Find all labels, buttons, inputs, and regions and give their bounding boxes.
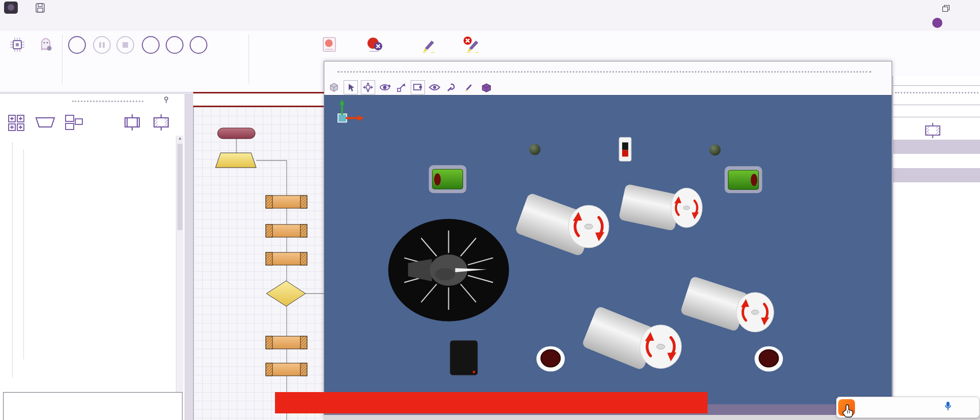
wrench-tool-button[interactable]	[444, 81, 457, 94]
motor-front-right[interactable]	[619, 184, 702, 232]
run-icon	[68, 36, 86, 54]
macro-list-row[interactable]	[893, 140, 980, 154]
minimize-button[interactable]	[915, 2, 932, 13]
close-button[interactable]	[958, 2, 975, 13]
ghost-icon	[37, 36, 54, 53]
save-icon[interactable]	[35, 3, 47, 14]
push-button-right[interactable]	[754, 346, 783, 372]
decision-node[interactable]	[266, 281, 305, 306]
resize-tool-button[interactable]	[394, 81, 408, 94]
step-over-icon	[166, 36, 183, 54]
project-explorer-panel: ▲	[0, 93, 185, 420]
macro-call-node[interactable]	[266, 196, 307, 208]
motor-rear-right[interactable]	[680, 276, 774, 332]
clear-breakpoints-icon	[365, 36, 385, 53]
clear-all-breakpoints-button[interactable]	[360, 34, 390, 55]
flowchart-graphics	[194, 107, 324, 420]
windows-layout-icon[interactable]	[63, 113, 85, 132]
restore-icon	[942, 7, 948, 12]
drag-handle[interactable]	[895, 92, 978, 93]
flow-connectors	[236, 139, 324, 420]
macro-panel-icon[interactable]	[121, 113, 143, 132]
microphone-icon[interactable]	[938, 401, 959, 413]
3d-panel-titlebar[interactable]	[324, 61, 892, 80]
flowcode-app: ▲	[0, 0, 980, 420]
step-into-icon	[142, 36, 160, 54]
macro-list-row[interactable]	[893, 168, 980, 182]
tree-scrollbar[interactable]: ▲	[176, 136, 183, 392]
step-out-button[interactable]	[184, 34, 212, 55]
green-sphere[interactable]	[529, 144, 540, 155]
macro-call-node[interactable]	[266, 224, 307, 237]
restore-button[interactable]	[936, 2, 954, 13]
led-bar-right[interactable]	[725, 166, 762, 193]
panel-divider	[893, 85, 980, 86]
group-separator	[249, 34, 249, 84]
reset-code-icon	[461, 36, 481, 53]
macro-call-node[interactable]	[266, 363, 307, 376]
flowchart-canvas[interactable]	[193, 107, 324, 420]
chip-icon	[9, 36, 26, 53]
move-tool-button[interactable]	[361, 80, 375, 94]
reset-code-button[interactable]	[455, 34, 487, 55]
run-button[interactable]	[63, 34, 91, 55]
breakpoint-icon	[322, 36, 337, 53]
loop-start-node[interactable]	[216, 153, 256, 168]
menu-bar	[0, 15, 980, 31]
rotate-tool-button[interactable]	[378, 81, 391, 94]
right-dock-panel	[893, 76, 980, 420]
toggle-switch-3d[interactable]	[619, 137, 631, 161]
project-explorer-header	[0, 94, 185, 108]
dashboard-panel-icon[interactable]	[5, 113, 27, 132]
green-sphere[interactable]	[710, 144, 721, 155]
brush-tool-button[interactable]	[462, 81, 475, 94]
enable-icd-button[interactable]	[3, 34, 32, 55]
led-bar-left[interactable]	[429, 165, 467, 193]
3d-cube-icon	[327, 81, 341, 94]
3d-scene	[324, 95, 892, 404]
step-out-icon	[190, 36, 207, 54]
component-macro-panel-icon[interactable]	[150, 113, 172, 132]
material-cube-button[interactable]	[480, 81, 493, 94]
panel-splitter[interactable]	[185, 93, 193, 420]
pin-icon[interactable]	[162, 96, 171, 105]
motor-front-left[interactable]	[514, 192, 609, 257]
3d-panel-toolbar	[324, 80, 892, 95]
flowchart-document-window	[193, 92, 324, 420]
scrollbar-thumb[interactable]	[177, 144, 182, 230]
subtitle-banner	[275, 392, 708, 413]
drag-handle[interactable]	[72, 101, 143, 102]
simulate-c-code-button[interactable]	[210, 34, 242, 55]
app-icon	[4, 2, 18, 14]
camera-view-button[interactable]	[411, 80, 425, 94]
push-button-left[interactable]	[536, 346, 565, 372]
component-macro-icon	[921, 123, 944, 138]
show-code-button[interactable]	[413, 34, 444, 55]
3d-viewport[interactable]	[324, 95, 892, 404]
axis-gizmo	[338, 100, 364, 122]
select-tool-button[interactable]	[344, 80, 358, 94]
macros-header-row	[893, 122, 980, 138]
mouse-hand-cursor	[842, 404, 857, 420]
panel-divider	[893, 117, 980, 117]
rotary-dial[interactable]	[388, 219, 509, 321]
variables-panel-icon[interactable]	[92, 113, 114, 132]
title-bar	[0, 0, 980, 15]
explorer-bottom-panel	[3, 392, 182, 420]
seven-segment-display[interactable]	[450, 341, 478, 375]
begin-node[interactable]	[218, 128, 255, 139]
motor-rear-left[interactable]	[581, 306, 682, 371]
visibility-eye-icon[interactable]	[428, 81, 441, 94]
command-icons-tree	[0, 135, 175, 395]
macro-call-node[interactable]	[266, 336, 307, 349]
drag-handle[interactable]	[338, 71, 871, 73]
document-tab-bar	[193, 93, 324, 106]
macro-call-node[interactable]	[266, 252, 307, 265]
toggle-breakpoints-button[interactable]	[313, 34, 346, 55]
stop-button[interactable]	[111, 34, 139, 55]
ghost-options-button[interactable]	[32, 34, 60, 55]
pencil-icon	[419, 36, 438, 53]
io-panel-icon[interactable]	[34, 113, 56, 132]
explorer-toolbar	[5, 111, 172, 134]
panel-divider	[893, 105, 980, 105]
